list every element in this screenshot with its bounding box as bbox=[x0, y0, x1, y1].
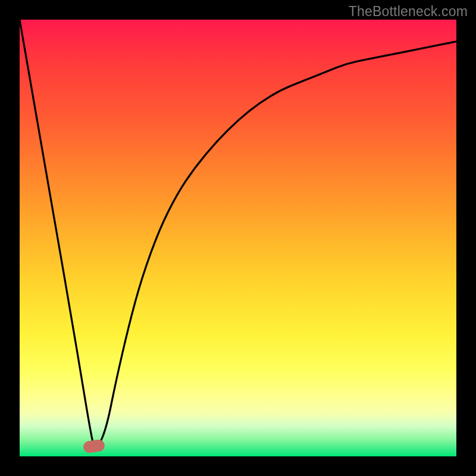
watermark-text: TheBottleneck.com bbox=[349, 4, 468, 20]
bottleneck-curve bbox=[20, 20, 456, 447]
chart-frame: TheBottleneck.com bbox=[0, 0, 476, 476]
curve-svg bbox=[20, 20, 456, 456]
plot-area bbox=[20, 20, 456, 456]
